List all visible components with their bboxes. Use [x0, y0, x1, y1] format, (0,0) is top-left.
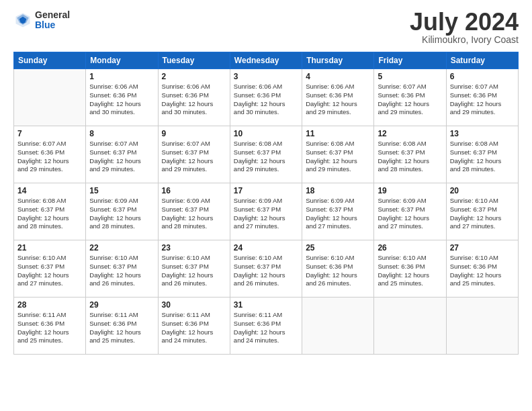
week-row-3: 21Sunrise: 6:10 AM Sunset: 6:37 PM Dayli…: [14, 240, 519, 298]
calendar-header-row: SundayMondayTuesdayWednesdayThursdayFrid…: [14, 52, 519, 69]
calendar-cell: 2Sunrise: 6:06 AM Sunset: 6:36 PM Daylig…: [158, 69, 230, 126]
day-number: 8: [89, 129, 154, 138]
day-info: Sunrise: 6:06 AM Sunset: 6:36 PM Dayligh…: [162, 83, 226, 117]
week-row-2: 14Sunrise: 6:08 AM Sunset: 6:37 PM Dayli…: [14, 183, 519, 240]
title-area: July 2024 Kilimoukro, Ivory Coast: [410, 10, 519, 45]
calendar-cell: 19Sunrise: 6:09 AM Sunset: 6:37 PM Dayli…: [374, 183, 446, 240]
day-info: Sunrise: 6:09 AM Sunset: 6:37 PM Dayligh…: [378, 197, 442, 231]
calendar-cell: 21Sunrise: 6:10 AM Sunset: 6:37 PM Dayli…: [14, 240, 86, 298]
calendar-cell: 26Sunrise: 6:10 AM Sunset: 6:36 PM Dayli…: [374, 240, 446, 298]
day-number: 18: [306, 186, 370, 195]
day-info: Sunrise: 6:07 AM Sunset: 6:37 PM Dayligh…: [162, 140, 226, 174]
day-info: Sunrise: 6:10 AM Sunset: 6:36 PM Dayligh…: [450, 254, 515, 288]
day-info: Sunrise: 6:07 AM Sunset: 6:36 PM Dayligh…: [17, 140, 82, 174]
day-number: 16: [162, 186, 226, 195]
calendar-cell: 14Sunrise: 6:08 AM Sunset: 6:37 PM Dayli…: [14, 183, 86, 240]
week-row-1: 7Sunrise: 6:07 AM Sunset: 6:36 PM Daylig…: [14, 126, 519, 183]
header: General Blue July 2024 Kilimoukro, Ivory…: [13, 10, 519, 45]
day-number: 13: [450, 129, 515, 138]
day-number: 5: [378, 72, 442, 81]
calendar-header-thursday: Thursday: [302, 52, 374, 69]
day-info: Sunrise: 6:10 AM Sunset: 6:37 PM Dayligh…: [234, 254, 298, 288]
day-info: Sunrise: 6:10 AM Sunset: 6:37 PM Dayligh…: [89, 254, 154, 288]
day-info: Sunrise: 6:10 AM Sunset: 6:37 PM Dayligh…: [17, 254, 82, 288]
day-number: 2: [162, 72, 226, 81]
day-info: Sunrise: 6:09 AM Sunset: 6:37 PM Dayligh…: [306, 197, 370, 231]
day-info: Sunrise: 6:06 AM Sunset: 6:36 PM Dayligh…: [89, 83, 154, 117]
day-number: 31: [234, 300, 298, 310]
calendar-cell: 6Sunrise: 6:07 AM Sunset: 6:36 PM Daylig…: [446, 69, 518, 126]
day-info: Sunrise: 6:09 AM Sunset: 6:37 PM Dayligh…: [162, 197, 226, 231]
day-info: Sunrise: 6:10 AM Sunset: 6:37 PM Dayligh…: [450, 197, 515, 231]
day-number: 1: [89, 72, 154, 81]
day-number: 22: [89, 243, 154, 253]
day-info: Sunrise: 6:11 AM Sunset: 6:36 PM Dayligh…: [162, 311, 226, 345]
day-info: Sunrise: 6:08 AM Sunset: 6:37 PM Dayligh…: [234, 140, 298, 174]
calendar-cell: 5Sunrise: 6:07 AM Sunset: 6:36 PM Daylig…: [374, 69, 446, 126]
calendar-cell: 18Sunrise: 6:09 AM Sunset: 6:37 PM Dayli…: [302, 183, 374, 240]
calendar-cell: 11Sunrise: 6:08 AM Sunset: 6:37 PM Dayli…: [302, 126, 374, 183]
day-number: 3: [234, 72, 298, 81]
calendar-header-friday: Friday: [374, 52, 446, 69]
calendar-cell: 31Sunrise: 6:11 AM Sunset: 6:36 PM Dayli…: [230, 298, 302, 355]
calendar-header-tuesday: Tuesday: [158, 52, 230, 69]
calendar-cell: 12Sunrise: 6:08 AM Sunset: 6:37 PM Dayli…: [374, 126, 446, 183]
calendar-cell: [446, 298, 518, 355]
day-info: Sunrise: 6:11 AM Sunset: 6:36 PM Dayligh…: [89, 311, 154, 345]
calendar-cell: 17Sunrise: 6:09 AM Sunset: 6:37 PM Dayli…: [230, 183, 302, 240]
day-number: 25: [306, 243, 370, 253]
day-info: Sunrise: 6:10 AM Sunset: 6:37 PM Dayligh…: [162, 254, 226, 288]
day-number: 14: [17, 186, 82, 195]
day-info: Sunrise: 6:08 AM Sunset: 6:37 PM Dayligh…: [378, 140, 442, 174]
calendar-cell: [302, 298, 374, 355]
calendar-cell: 1Sunrise: 6:06 AM Sunset: 6:36 PM Daylig…: [86, 69, 158, 126]
calendar-cell: 15Sunrise: 6:09 AM Sunset: 6:37 PM Dayli…: [86, 183, 158, 240]
calendar-cell: [14, 69, 86, 126]
calendar-cell: 20Sunrise: 6:10 AM Sunset: 6:37 PM Dayli…: [446, 183, 518, 240]
calendar: SundayMondayTuesdayWednesdayThursdayFrid…: [13, 52, 519, 355]
day-number: 20: [450, 186, 515, 195]
day-info: Sunrise: 6:11 AM Sunset: 6:36 PM Dayligh…: [234, 311, 298, 345]
logo: General Blue: [13, 10, 70, 31]
calendar-cell: 10Sunrise: 6:08 AM Sunset: 6:37 PM Dayli…: [230, 126, 302, 183]
day-info: Sunrise: 6:10 AM Sunset: 6:36 PM Dayligh…: [378, 254, 442, 288]
calendar-cell: 3Sunrise: 6:06 AM Sunset: 6:36 PM Daylig…: [230, 69, 302, 126]
logo-blue: Blue: [35, 20, 70, 30]
day-info: Sunrise: 6:11 AM Sunset: 6:36 PM Dayligh…: [17, 311, 82, 345]
calendar-cell: 29Sunrise: 6:11 AM Sunset: 6:36 PM Dayli…: [86, 298, 158, 355]
day-number: 11: [306, 129, 370, 138]
calendar-cell: 13Sunrise: 6:08 AM Sunset: 6:37 PM Dayli…: [446, 126, 518, 183]
day-info: Sunrise: 6:08 AM Sunset: 6:37 PM Dayligh…: [17, 197, 82, 231]
calendar-header-monday: Monday: [86, 52, 158, 69]
calendar-cell: 28Sunrise: 6:11 AM Sunset: 6:36 PM Dayli…: [14, 298, 86, 355]
calendar-cell: 7Sunrise: 6:07 AM Sunset: 6:36 PM Daylig…: [14, 126, 86, 183]
day-number: 28: [17, 300, 82, 310]
calendar-cell: 25Sunrise: 6:10 AM Sunset: 6:36 PM Dayli…: [302, 240, 374, 298]
day-info: Sunrise: 6:07 AM Sunset: 6:37 PM Dayligh…: [89, 140, 154, 174]
day-number: 24: [234, 243, 298, 253]
day-info: Sunrise: 6:06 AM Sunset: 6:36 PM Dayligh…: [234, 83, 298, 117]
day-number: 7: [17, 129, 82, 138]
calendar-cell: 16Sunrise: 6:09 AM Sunset: 6:37 PM Dayli…: [158, 183, 230, 240]
day-number: 12: [378, 129, 442, 138]
calendar-cell: 23Sunrise: 6:10 AM Sunset: 6:37 PM Dayli…: [158, 240, 230, 298]
day-info: Sunrise: 6:08 AM Sunset: 6:37 PM Dayligh…: [306, 140, 370, 174]
logo-icon: [13, 11, 32, 30]
day-info: Sunrise: 6:10 AM Sunset: 6:36 PM Dayligh…: [306, 254, 370, 288]
day-number: 6: [450, 72, 515, 81]
calendar-cell: [374, 298, 446, 355]
day-number: 27: [450, 243, 515, 253]
page: General Blue July 2024 Kilimoukro, Ivory…: [0, 0, 532, 411]
day-info: Sunrise: 6:06 AM Sunset: 6:36 PM Dayligh…: [306, 83, 370, 117]
day-info: Sunrise: 6:09 AM Sunset: 6:37 PM Dayligh…: [89, 197, 154, 231]
day-number: 9: [162, 129, 226, 138]
day-number: 26: [378, 243, 442, 253]
calendar-cell: 27Sunrise: 6:10 AM Sunset: 6:36 PM Dayli…: [446, 240, 518, 298]
day-info: Sunrise: 6:07 AM Sunset: 6:36 PM Dayligh…: [450, 83, 515, 117]
calendar-cell: 30Sunrise: 6:11 AM Sunset: 6:36 PM Dayli…: [158, 298, 230, 355]
calendar-cell: 24Sunrise: 6:10 AM Sunset: 6:37 PM Dayli…: [230, 240, 302, 298]
day-info: Sunrise: 6:09 AM Sunset: 6:37 PM Dayligh…: [234, 197, 298, 231]
day-info: Sunrise: 6:08 AM Sunset: 6:37 PM Dayligh…: [450, 140, 515, 174]
day-number: 4: [306, 72, 370, 81]
day-number: 10: [234, 129, 298, 138]
